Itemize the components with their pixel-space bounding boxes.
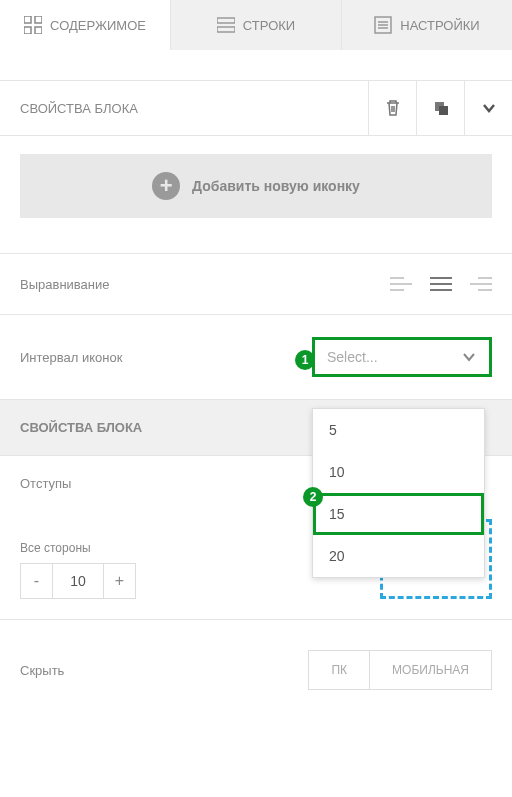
icon-spacing-dropdown: 5 10 15 20 <box>312 408 485 578</box>
svg-rect-1 <box>35 16 42 23</box>
svg-rect-3 <box>35 27 42 34</box>
svg-rect-11 <box>439 106 448 115</box>
hide-toggle-group: ПК МОБИЛЬНАЯ <box>308 650 492 690</box>
annotation-2: 2 <box>303 487 323 507</box>
icon-spacing-row: Интервал иконок Select... <box>0 315 512 400</box>
svg-rect-4 <box>217 18 235 23</box>
delete-button[interactable] <box>368 81 416 135</box>
tab-rows[interactable]: СТРОКИ <box>171 0 342 50</box>
copy-icon <box>432 99 450 117</box>
add-icon-button[interactable]: + Добавить новую иконку <box>20 154 492 218</box>
hide-row: Скрыть ПК МОБИЛЬНАЯ <box>0 620 512 720</box>
padding-increment[interactable]: + <box>103 564 135 598</box>
svg-rect-0 <box>24 16 31 23</box>
alignment-row: Выравнивание <box>0 254 512 315</box>
block-header: СВОЙСТВА БЛОКА <box>0 80 512 136</box>
tab-content[interactable]: СОДЕРЖИМОЕ <box>0 0 171 50</box>
dropdown-option-15[interactable]: 15 <box>313 493 484 535</box>
alignment-group <box>390 276 492 292</box>
padding-value-input[interactable] <box>53 564 103 598</box>
add-icon-label: Добавить новую иконку <box>192 178 360 194</box>
collapse-button[interactable] <box>464 81 512 135</box>
rows-icon <box>217 16 235 34</box>
icon-spacing-select[interactable]: Select... <box>312 337 492 377</box>
align-center-button[interactable] <box>430 276 452 292</box>
settings-icon <box>374 16 392 34</box>
align-left-button[interactable] <box>390 276 412 292</box>
hide-label: Скрыть <box>20 663 64 678</box>
tab-rows-label: СТРОКИ <box>243 18 295 33</box>
padding-decrement[interactable]: - <box>21 564 53 598</box>
alignment-label: Выравнивание <box>20 277 109 292</box>
icon-spacing-label: Интервал иконок <box>20 350 122 365</box>
dropdown-option-5[interactable]: 5 <box>313 409 484 451</box>
duplicate-button[interactable] <box>416 81 464 135</box>
padding-stepper: - + <box>20 563 136 599</box>
align-right-button[interactable] <box>470 276 492 292</box>
chevron-down-icon <box>480 99 498 117</box>
tabs: СОДЕРЖИМОЕ СТРОКИ НАСТРОЙКИ <box>0 0 512 50</box>
grid-icon <box>24 16 42 34</box>
svg-rect-5 <box>217 27 235 32</box>
chevron-down-icon <box>461 349 477 365</box>
svg-rect-2 <box>24 27 31 34</box>
annotation-1: 1 <box>295 350 315 370</box>
align-left-icon <box>390 276 412 292</box>
block-actions <box>368 81 512 135</box>
dropdown-option-20[interactable]: 20 <box>313 535 484 577</box>
select-placeholder: Select... <box>327 349 378 365</box>
tab-settings[interactable]: НАСТРОЙКИ <box>342 0 512 50</box>
tab-settings-label: НАСТРОЙКИ <box>400 18 479 33</box>
block-properties-title: СВОЙСТВА БЛОКА <box>20 101 138 116</box>
plus-icon: + <box>152 172 180 200</box>
hide-mobile-button[interactable]: МОБИЛЬНАЯ <box>370 651 491 689</box>
align-center-icon <box>430 276 452 292</box>
trash-icon <box>384 99 402 117</box>
tab-content-label: СОДЕРЖИМОЕ <box>50 18 146 33</box>
hide-pc-button[interactable]: ПК <box>309 651 370 689</box>
align-right-icon <box>470 276 492 292</box>
dropdown-option-10[interactable]: 10 <box>313 451 484 493</box>
